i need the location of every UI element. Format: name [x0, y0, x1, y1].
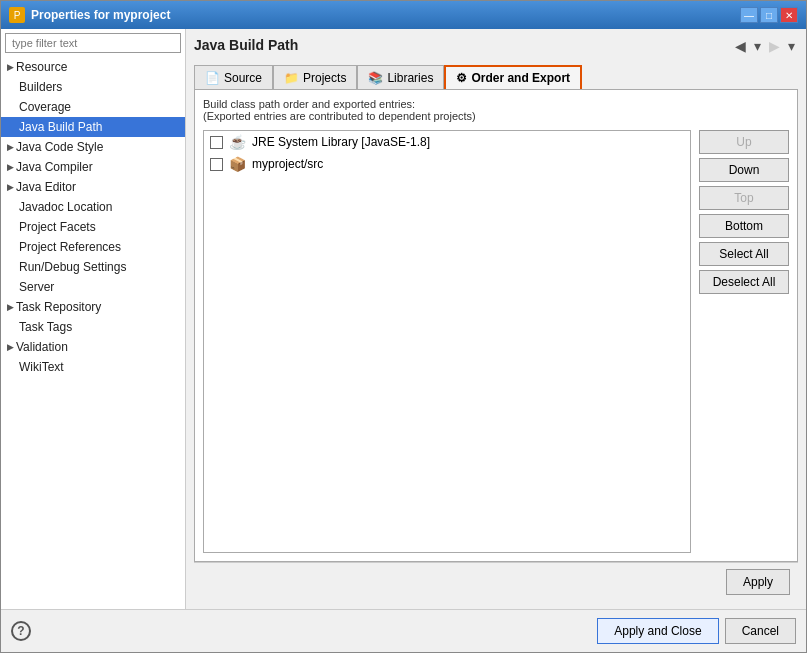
build-path-area: ☕ JRE System Library [JavaSE-1.8] 📦 mypr…: [203, 130, 789, 553]
select-all-button[interactable]: Select All: [699, 242, 789, 266]
myproject-icon: 📦: [229, 156, 246, 172]
entries-list: ☕ JRE System Library [JavaSE-1.8] 📦 mypr…: [203, 130, 691, 553]
apply-and-close-button[interactable]: Apply and Close: [597, 618, 718, 644]
sidebar-item-java-build-path[interactable]: Java Build Path: [1, 117, 185, 137]
minimize-button[interactable]: —: [740, 7, 758, 23]
entry-myproject-src[interactable]: 📦 myproject/src: [204, 153, 690, 175]
sidebar-item-label: Java Build Path: [19, 120, 102, 134]
sidebar-item-label: Javadoc Location: [19, 200, 112, 214]
order-export-tab-icon: ⚙: [456, 71, 467, 85]
sidebar-item-java-code-style[interactable]: ▶ Java Code Style: [1, 137, 185, 157]
bottom-button[interactable]: Bottom: [699, 214, 789, 238]
jre-icon: ☕: [229, 134, 246, 150]
close-button[interactable]: ✕: [780, 7, 798, 23]
sidebar-item-task-repository[interactable]: ▶ Task Repository: [1, 297, 185, 317]
window-title: Properties for myproject: [31, 8, 170, 22]
right-panel: Java Build Path ◀ ▾ ▶ ▾ 📄 Source: [186, 29, 806, 609]
sidebar-item-label: Coverage: [19, 100, 71, 114]
sidebar-item-label: Run/Debug Settings: [19, 260, 126, 274]
tab-label: Order and Export: [471, 71, 570, 85]
footer-right: Apply and Close Cancel: [597, 618, 796, 644]
sidebar-item-label: Server: [19, 280, 54, 294]
apply-bar: Apply: [194, 562, 798, 601]
sidebar-item-java-compiler[interactable]: ▶ Java Compiler: [1, 157, 185, 177]
content-area: Build class path order and exported entr…: [194, 89, 798, 562]
sidebar-item-label: Builders: [19, 80, 62, 94]
arrow-icon: ▶: [7, 302, 14, 312]
entry-label: myproject/src: [252, 157, 323, 171]
nav-forward-button[interactable]: ▶: [766, 37, 783, 55]
tabs: 📄 Source 📁 Projects 📚 Libraries ⚙ Order …: [194, 65, 798, 89]
sidebar: ▶ Resource Builders Coverage Java Build …: [1, 29, 186, 609]
jre-checkbox[interactable]: [210, 136, 223, 149]
libraries-tab-icon: 📚: [368, 71, 383, 85]
entry-jre-system[interactable]: ☕ JRE System Library [JavaSE-1.8]: [204, 131, 690, 153]
side-buttons: Up Down Top Bottom Select All Deselect A…: [699, 130, 789, 553]
sidebar-item-label: Java Code Style: [16, 140, 103, 154]
sidebar-item-label: Task Tags: [19, 320, 72, 334]
sidebar-item-label: WikiText: [19, 360, 64, 374]
source-tab-icon: 📄: [205, 71, 220, 85]
sidebar-item-label: Project References: [19, 240, 121, 254]
nav-dropdown-button[interactable]: ▾: [751, 37, 764, 55]
entry-label: JRE System Library [JavaSE-1.8]: [252, 135, 430, 149]
myproject-checkbox[interactable]: [210, 158, 223, 171]
nav-arrows: ◀ ▾ ▶ ▾: [732, 37, 798, 55]
description: Build class path order and exported entr…: [203, 98, 789, 122]
description-line1: Build class path order and exported entr…: [203, 98, 789, 110]
panel-title: Java Build Path: [194, 37, 298, 53]
tab-label: Projects: [303, 71, 346, 85]
sidebar-item-label: Validation: [16, 340, 68, 354]
arrow-icon: ▶: [7, 182, 14, 192]
arrow-icon: ▶: [7, 142, 14, 152]
tab-libraries[interactable]: 📚 Libraries: [357, 65, 444, 89]
sidebar-item-project-references[interactable]: Project References: [1, 237, 185, 257]
main-content: ▶ Resource Builders Coverage Java Build …: [1, 29, 806, 609]
footer-bar: ? Apply and Close Cancel: [1, 609, 806, 652]
sidebar-item-server[interactable]: Server: [1, 277, 185, 297]
title-bar: P Properties for myproject — □ ✕: [1, 1, 806, 29]
sidebar-section: ▶ Resource Builders Coverage Java Build …: [1, 57, 185, 377]
cancel-button[interactable]: Cancel: [725, 618, 796, 644]
tab-label: Libraries: [387, 71, 433, 85]
sidebar-item-validation[interactable]: ▶ Validation: [1, 337, 185, 357]
sidebar-item-task-tags[interactable]: Task Tags: [1, 317, 185, 337]
sidebar-item-coverage[interactable]: Coverage: [1, 97, 185, 117]
tab-source[interactable]: 📄 Source: [194, 65, 273, 89]
title-controls: — □ ✕: [740, 7, 798, 23]
sidebar-item-label: Java Compiler: [16, 160, 93, 174]
up-button[interactable]: Up: [699, 130, 789, 154]
window-icon: P: [9, 7, 25, 23]
sidebar-item-resource[interactable]: ▶ Resource: [1, 57, 185, 77]
sidebar-item-java-editor[interactable]: ▶ Java Editor: [1, 177, 185, 197]
arrow-icon: ▶: [7, 162, 14, 172]
apply-button[interactable]: Apply: [726, 569, 790, 595]
sidebar-item-label: Resource: [16, 60, 67, 74]
sidebar-item-label: Task Repository: [16, 300, 101, 314]
down-button[interactable]: Down: [699, 158, 789, 182]
help-icon[interactable]: ?: [11, 621, 31, 641]
filter-input[interactable]: [5, 33, 181, 53]
nav-back-button[interactable]: ◀: [732, 37, 749, 55]
description-line2: (Exported entries are contributed to dep…: [203, 110, 789, 122]
footer-left: ?: [11, 621, 31, 641]
top-button[interactable]: Top: [699, 186, 789, 210]
sidebar-item-wikitext[interactable]: WikiText: [1, 357, 185, 377]
sidebar-item-label: Java Editor: [16, 180, 76, 194]
tab-label: Source: [224, 71, 262, 85]
tab-order-export[interactable]: ⚙ Order and Export: [444, 65, 582, 89]
sidebar-item-builders[interactable]: Builders: [1, 77, 185, 97]
projects-tab-icon: 📁: [284, 71, 299, 85]
maximize-button[interactable]: □: [760, 7, 778, 23]
properties-window: P Properties for myproject — □ ✕ ▶ Resou…: [0, 0, 807, 653]
sidebar-item-project-facets[interactable]: Project Facets: [1, 217, 185, 237]
arrow-icon: ▶: [7, 342, 14, 352]
sidebar-item-run-debug-settings[interactable]: Run/Debug Settings: [1, 257, 185, 277]
arrow-icon: ▶: [7, 62, 14, 72]
nav-menu-button[interactable]: ▾: [785, 37, 798, 55]
sidebar-item-label: Project Facets: [19, 220, 96, 234]
sidebar-item-javadoc-location[interactable]: Javadoc Location: [1, 197, 185, 217]
deselect-all-button[interactable]: Deselect All: [699, 270, 789, 294]
tab-projects[interactable]: 📁 Projects: [273, 65, 357, 89]
